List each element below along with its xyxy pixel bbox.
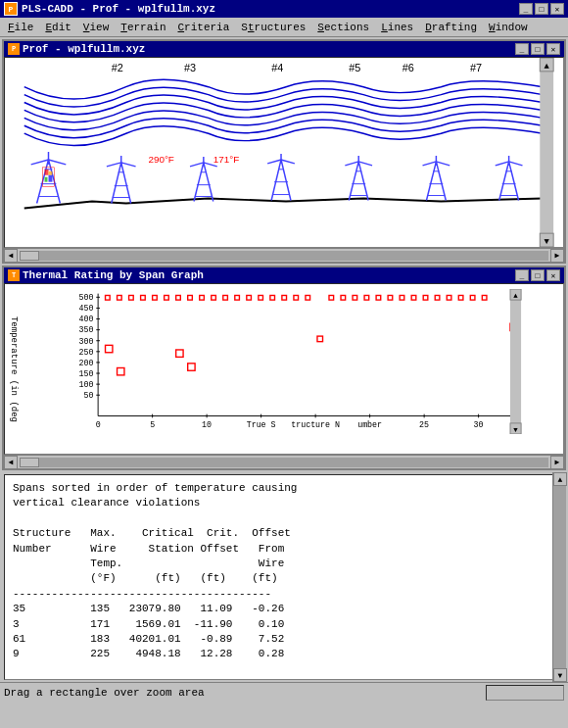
svg-text:50: 50: [84, 391, 94, 400]
svg-rect-70: [540, 58, 553, 247]
svg-rect-21: [48, 175, 52, 182]
chart-icon: T: [8, 269, 20, 281]
main-window-controls[interactable]: _ □ ✕: [519, 3, 564, 15]
report-scroll-down[interactable]: ▼: [553, 668, 567, 682]
report-area: Spans sorted in order of temperature cau…: [4, 474, 564, 680]
menu-structures[interactable]: Structures: [235, 20, 311, 35]
svg-text:True S: True S: [247, 420, 276, 429]
chart-scroll-right[interactable]: ▶: [550, 456, 564, 469]
status-message: Drag a rectangle over zoom area: [4, 687, 486, 699]
profile-hscroll[interactable]: ◀ ▶: [4, 248, 564, 262]
profile-title: Prof - wplfullm.xyz: [23, 43, 145, 55]
chart-scroll-left[interactable]: ◀: [4, 456, 18, 469]
chart-title: Thermal Rating by Span Graph: [23, 269, 204, 281]
svg-text:#5: #5: [349, 62, 360, 73]
svg-text:171°F: 171°F: [213, 154, 239, 165]
menu-file[interactable]: File: [2, 20, 39, 35]
svg-text:500: 500: [79, 293, 94, 302]
profile-scroll-left[interactable]: ◀: [4, 249, 18, 263]
minimize-button[interactable]: _: [519, 3, 533, 15]
chart-maximize-button[interactable]: □: [531, 269, 544, 281]
report-scroll-track[interactable]: [553, 486, 566, 668]
profile-maximize-button[interactable]: □: [531, 43, 544, 55]
svg-rect-19: [48, 171, 52, 175]
main-title-bar: P PLS-CADD - Prof - wplfullm.xyz _ □ ✕: [0, 0, 568, 18]
maximize-button[interactable]: □: [535, 3, 548, 15]
profile-window-controls[interactable]: _ □ ✕: [515, 43, 560, 55]
profile-close-button[interactable]: ✕: [546, 43, 560, 55]
svg-text:▼: ▼: [513, 426, 518, 434]
chart-window: T Thermal Rating by Span Graph _ □ ✕ Tem…: [2, 266, 566, 470]
svg-text:350: 350: [79, 325, 94, 334]
chart-area: Temperature (in (deg 500 450 400 350: [4, 283, 564, 455]
svg-rect-152: [510, 289, 521, 434]
menu-window[interactable]: Window: [483, 20, 534, 35]
svg-text:umber: umber: [357, 420, 382, 429]
svg-text:▲: ▲: [513, 292, 518, 300]
report-scroll-up[interactable]: ▲: [553, 472, 567, 486]
menu-edit[interactable]: Edit: [39, 20, 76, 35]
status-bar: Drag a rectangle over zoom area: [0, 682, 568, 702]
chart-inner: 500 450 400 350 300 250 200 150 100 50: [23, 284, 563, 454]
profile-window: P Prof - wplfullm.xyz _ □ ✕ #2 #3 #4 #5 …: [2, 39, 566, 264]
chart-minimize-button[interactable]: _: [515, 269, 529, 281]
profile-minimize-button[interactable]: _: [515, 43, 529, 55]
profile-scroll-right[interactable]: ▶: [550, 249, 564, 263]
chart-svg: 500 450 400 350 300 250 200 150 100 50: [27, 289, 558, 434]
profile-svg: #2 #3 #4 #5 #6 #7 290°F 171°F: [5, 58, 563, 247]
menu-bar: File Edit View Terrain Criteria Structur…: [0, 18, 568, 37]
svg-text:400: 400: [79, 315, 94, 323]
svg-rect-75: [67, 289, 520, 434]
menu-sections[interactable]: Sections: [311, 20, 375, 35]
svg-text:▲: ▲: [544, 62, 550, 72]
profile-scroll-thumb[interactable]: [20, 251, 39, 261]
menu-criteria[interactable]: Criteria: [171, 20, 235, 35]
profile-canvas: #2 #3 #4 #5 #6 #7 290°F 171°F: [4, 57, 564, 248]
app-icon: P: [4, 2, 18, 16]
chart-scroll-thumb[interactable]: [20, 458, 39, 467]
svg-text:250: 250: [79, 348, 94, 357]
svg-rect-18: [45, 170, 49, 175]
report-text: Spans sorted in order of temperature cau…: [5, 475, 563, 668]
report-container: Spans sorted in order of temperature cau…: [2, 472, 566, 682]
svg-text:#3: #3: [184, 62, 196, 73]
svg-rect-20: [45, 177, 48, 182]
profile-title-bar: P Prof - wplfullm.xyz _ □ ✕: [4, 41, 564, 57]
menu-drafting[interactable]: Drafting: [419, 20, 483, 35]
svg-text:150: 150: [79, 369, 94, 378]
profile-icon: P: [8, 43, 20, 55]
svg-text:10: 10: [202, 420, 212, 429]
menu-view[interactable]: View: [77, 20, 115, 35]
svg-text:#2: #2: [112, 62, 123, 73]
svg-text:5: 5: [150, 420, 155, 429]
svg-text:30: 30: [474, 420, 484, 429]
report-scrollbar[interactable]: ▲ ▼: [552, 472, 566, 682]
chart-hscroll[interactable]: ◀ ▶: [4, 455, 564, 468]
menu-lines[interactable]: Lines: [375, 20, 419, 35]
svg-text:▼: ▼: [544, 237, 550, 247]
main-title: PLS-CADD - Prof - wplfullm.xyz: [22, 3, 215, 15]
chart-title-bar: T Thermal Rating by Span Graph _ □ ✕: [4, 267, 564, 283]
svg-text:#6: #6: [402, 62, 414, 73]
menu-terrain[interactable]: Terrain: [115, 20, 171, 35]
svg-text:100: 100: [79, 380, 94, 389]
svg-text:#7: #7: [470, 62, 482, 73]
svg-rect-0: [15, 58, 553, 247]
svg-text:tructure N: tructure N: [291, 420, 340, 429]
profile-scroll-track[interactable]: [20, 251, 548, 261]
chart-scroll-track[interactable]: [20, 458, 548, 467]
y-axis-label: Temperature (in (deg: [5, 284, 23, 454]
svg-text:25: 25: [419, 420, 429, 429]
chart-close-button[interactable]: ✕: [546, 269, 560, 281]
status-coords: [486, 685, 564, 701]
chart-window-controls[interactable]: _ □ ✕: [515, 269, 560, 281]
svg-text:300: 300: [79, 337, 94, 346]
svg-text:200: 200: [79, 359, 94, 367]
svg-text:#4: #4: [271, 62, 283, 73]
svg-text:450: 450: [79, 304, 94, 313]
svg-text:290°F: 290°F: [148, 154, 173, 165]
close-button[interactable]: ✕: [550, 3, 564, 15]
svg-text:0: 0: [96, 420, 101, 429]
